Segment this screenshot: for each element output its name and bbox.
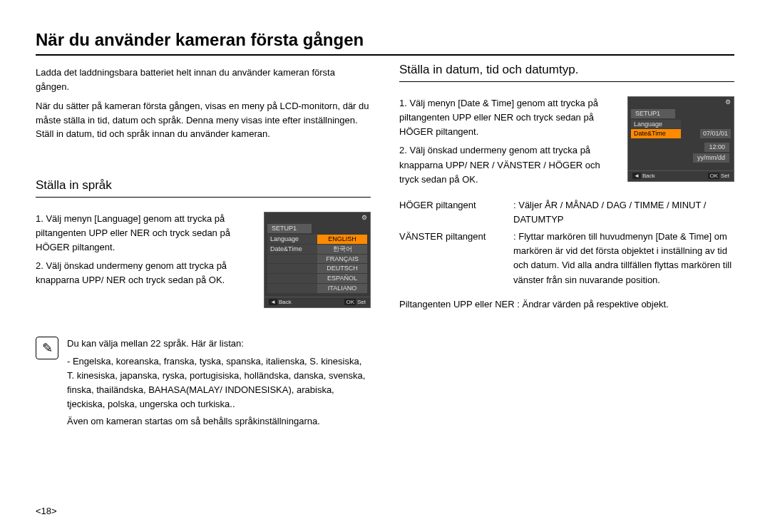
def-term-left: VÄNSTER piltangent <box>399 230 513 287</box>
gear-icon: ⚙ <box>361 214 367 222</box>
lcd-topbar2: ⚙ <box>628 97 734 108</box>
lcd-opt-es: ESPAÑOL <box>317 274 367 283</box>
lcd-left-language2: Language <box>631 120 681 129</box>
lcd-opt-fr: FRANÇAIS <box>317 255 367 264</box>
def-row: VÄNSTER piltangent : Flyttar markören ti… <box>399 230 734 287</box>
def-row: HÖGER piltangent : Väljer ÅR / MÅNAD / D… <box>399 198 734 227</box>
lcd-left-language: Language <box>267 235 317 244</box>
lang-step2: 2. Välj önskad undermeny genom att tryck… <box>36 259 255 287</box>
date-step2: 2. Välj önskad undermeny genom att tryck… <box>399 143 619 186</box>
lcd-tab-setup2: SETUP1 <box>631 109 675 118</box>
page-number: <18> <box>36 506 57 516</box>
lcd-opt-korean: 한국어 <box>317 245 367 254</box>
lcd-footer: ◄Back OKSet <box>265 297 370 308</box>
lcd-left-datetime: Date&Time <box>267 245 317 254</box>
intro-text: Ladda det laddningsbara batteriet helt i… <box>36 66 371 141</box>
left-arrow-icon: ◄ <box>269 299 277 305</box>
lcd-val-fmt: yy/mm/dd <box>693 153 729 163</box>
def-def-left: : Flyttar markören till huvudmenyn [Date… <box>513 230 734 287</box>
lcd-opt-it: ITALIANO <box>317 284 367 293</box>
left-arrow-icon: ◄ <box>632 173 641 179</box>
def-term-right: HÖGER piltangent <box>399 198 513 227</box>
note-box: ✎ Du kan välja mellan 22 språk. Här är l… <box>36 337 371 431</box>
key-definitions: HÖGER piltangent : Väljer ÅR / MÅNAD / D… <box>399 198 734 312</box>
note-langlist: - Engelska, koreanska, franska, tyska, s… <box>67 354 371 412</box>
lcd-tab-setup: SETUP1 <box>267 224 312 233</box>
page-title: När du använder kameran första gången <box>36 30 734 56</box>
intro-p1: Ladda det laddningsbara batteriet helt i… <box>36 66 371 93</box>
lcd-footer2: ◄Back OKSet <box>628 170 734 182</box>
content-columns: Ladda det laddningsbara batteriet helt i… <box>36 66 734 431</box>
datetime-steps: 1. Välj menyn [Date & Time] genom att tr… <box>399 96 734 191</box>
date-step1: 1. Välj menyn [Date & Time] genom att tr… <box>399 96 619 139</box>
lcd-opt-de: DEUTSCH <box>317 264 367 273</box>
def-def-right: : Väljer ÅR / MÅNAD / DAG / TIMME / MINU… <box>513 198 734 227</box>
manual-page: När du använder kameran första gången La… <box>0 0 770 532</box>
note-line1: Du kan välja mellan 22 språk. Här är lis… <box>67 337 371 351</box>
right-column: Ställa in datum, tid och datumtyp. 1. Vä… <box>399 66 734 431</box>
lcd-menu: Language ENGLISH Date&Time 한국어 FRANÇAIS … <box>265 233 370 297</box>
note-line2: Även om kameran startas om så behålls sp… <box>67 414 371 429</box>
language-steps: 1. Välj menyn [Language] genom att tryck… <box>36 212 371 309</box>
left-column: Ladda det laddningsbara batteriet helt i… <box>36 66 371 431</box>
lcd-datetime-screen: ⚙ SETUP1 Language Date&Time 07/01/01 12:… <box>627 96 734 182</box>
subheading-datetime: Ställa in datum, tid och datumtyp. <box>399 63 734 82</box>
def-footer: Piltangenten UPP eller NER : Ändrar värd… <box>399 297 734 312</box>
note-text: Du kan välja mellan 22 språk. Här är lis… <box>67 337 371 431</box>
subheading-language: Ställa in språk <box>36 178 371 198</box>
note-icon: ✎ <box>36 337 58 359</box>
datetime-step-text: 1. Välj menyn [Date & Time] genom att tr… <box>399 96 619 191</box>
lcd-topbar: ⚙ <box>265 213 370 223</box>
lcd-left-datetime2: Date&Time <box>631 129 681 138</box>
lcd-menu2: Language Date&Time 07/01/01 <box>628 118 734 143</box>
lcd-val-time: 12:00 <box>704 143 729 152</box>
intro-p2: När du sätter på kameran första gången, … <box>36 99 371 141</box>
lcd-opt-english: ENGLISH <box>317 235 367 244</box>
gear-icon: ⚙ <box>725 98 731 106</box>
lcd-val-date: 07/01/01 <box>700 129 731 138</box>
lang-step1: 1. Välj menyn [Language] genom att tryck… <box>36 212 255 255</box>
lcd-language-screen: ⚙ SETUP1 Language ENGLISH Date&Time 한국어 … <box>264 212 371 309</box>
language-step-text: 1. Välj menyn [Language] genom att tryck… <box>36 212 255 292</box>
